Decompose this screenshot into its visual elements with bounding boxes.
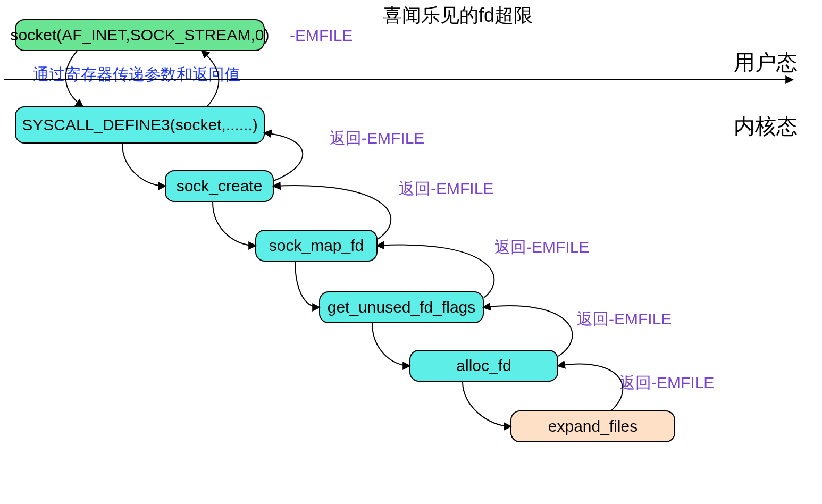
annotation-return-emfile-1: 返回-EMFILE <box>330 128 424 149</box>
node-sock-create: sock_create <box>165 170 274 202</box>
zone-user-label: 用户态 <box>734 48 798 77</box>
annotation-return-emfile-3: 返回-EMFILE <box>494 237 589 258</box>
node-get-unused-fd-flags-label: get_unused_fd_flags <box>328 298 476 316</box>
diagram-stage: 喜闻乐见的fd超限 用户态 内核态 socket(AF_INET,SOCK_ST… <box>0 0 822 504</box>
arrow-syscall-to-sockcreate <box>122 144 165 186</box>
arrow-allocfd-to-expandfiles <box>463 382 510 426</box>
arrow-sockcreate-to-sockmapfd <box>213 202 255 246</box>
arrow-getunused-to-allocfd <box>372 323 409 366</box>
diagram-title: 喜闻乐见的fd超限 <box>383 3 533 29</box>
annotation-return-emfile-5: 返回-EMFILE <box>619 372 714 394</box>
node-expand-files: expand_files <box>510 410 675 442</box>
node-alloc-fd-label: alloc_fd <box>456 357 511 375</box>
node-sock-map-fd: sock_map_fd <box>255 230 378 262</box>
node-alloc-fd: alloc_fd <box>409 350 558 382</box>
arrow-getunused-to-sockmapfd <box>378 245 494 298</box>
arrow-sockmapfd-to-getunused <box>295 262 319 307</box>
arrow-expandfiles-to-allocfd <box>558 364 623 410</box>
node-syscall-define: SYSCALL_DEFINE3(socket,......) <box>15 106 265 144</box>
node-sock-create-label: sock_create <box>177 177 263 195</box>
node-get-unused-fd-flags: get_unused_fd_flags <box>319 291 484 323</box>
annotation-emfile-top: -EMFILE <box>290 27 353 45</box>
annotation-register-note: 通过寄存器传递参数和返回值 <box>33 64 240 86</box>
node-socket-call-label: socket(AF_INET,SOCK_STREAM,0) <box>11 26 270 44</box>
annotation-return-emfile-2: 返回-EMFILE <box>399 178 493 200</box>
zone-kernel-label: 内核态 <box>734 112 798 141</box>
annotation-return-emfile-4: 返回-EMFILE <box>577 308 672 330</box>
node-expand-files-label: expand_files <box>548 417 638 435</box>
node-socket-call: socket(AF_INET,SOCK_STREAM,0) <box>15 19 265 51</box>
node-syscall-define-label: SYSCALL_DEFINE3(socket,......) <box>22 116 257 134</box>
node-sock-map-fd-label: sock_map_fd <box>269 237 364 255</box>
arrow-allocfd-to-getunused <box>484 306 572 356</box>
